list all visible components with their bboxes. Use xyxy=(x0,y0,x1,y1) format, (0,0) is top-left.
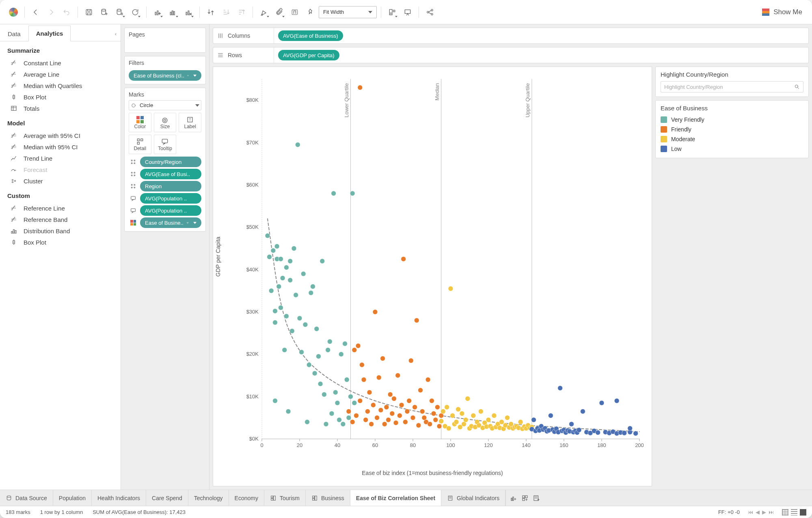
marks-color[interactable]: Color xyxy=(129,113,151,132)
highlight-input[interactable]: Highlight Country/Region xyxy=(661,81,803,92)
presentation-icon[interactable] xyxy=(401,5,415,19)
columns-pill[interactable]: AVG(Ease of Business) xyxy=(278,30,343,41)
marks-detail[interactable]: Detail xyxy=(129,135,151,154)
fit-mode-dropdown[interactable]: Fit Width xyxy=(319,6,377,18)
sheet-nav-icons[interactable]: ⏮◀▶⏭ xyxy=(748,509,774,515)
svg-point-118 xyxy=(303,322,308,327)
svg-point-163 xyxy=(380,356,385,361)
undo-icon[interactable] xyxy=(60,5,73,19)
svg-point-227 xyxy=(499,419,504,424)
sheet-tab[interactable]: Economy xyxy=(229,490,264,506)
svg-point-170 xyxy=(393,420,398,425)
marks-size[interactable]: Size xyxy=(154,113,177,132)
sheet-tab[interactable]: Care Spend xyxy=(146,490,188,506)
new-data-source-icon[interactable] xyxy=(97,5,111,19)
pane-item[interactable]: Median with Quartiles xyxy=(0,80,121,91)
pane-item[interactable]: Average Line xyxy=(0,69,121,80)
data-source-tab[interactable]: Data Source xyxy=(0,490,53,506)
svg-text:Lower Quartile: Lower Quartile xyxy=(343,83,350,118)
pages-card[interactable]: Pages xyxy=(124,28,206,53)
marks-card[interactable]: Marks Circle ColorSizeTLabelDetailToolti… xyxy=(124,88,206,232)
new-dashboard-icon[interactable] xyxy=(521,494,529,502)
highlight-icon[interactable] xyxy=(257,5,271,19)
pane-item[interactable]: Trend Line xyxy=(0,153,121,164)
save-icon[interactable] xyxy=(82,5,96,19)
new-worksheet-icon[interactable] xyxy=(151,5,164,19)
pause-data-icon[interactable] xyxy=(113,5,127,19)
svg-text:0: 0 xyxy=(260,442,263,448)
encoding-pill[interactable]: Ease of Busine.. xyxy=(140,217,201,228)
rows-pill[interactable]: AVG(GDP per Capita) xyxy=(278,50,339,60)
highlight-card[interactable]: Highlight Country/Region Highlight Count… xyxy=(655,67,809,97)
duplicate-sheet-icon[interactable] xyxy=(166,5,180,19)
legend-item[interactable]: Moderate xyxy=(661,134,803,144)
legend-item[interactable]: Friendly xyxy=(661,125,803,134)
view-list-icon[interactable] xyxy=(791,509,797,516)
pane-item[interactable]: Box Plot xyxy=(0,91,121,103)
pane-item[interactable]: Reference Band xyxy=(0,214,121,225)
new-sheet-icon[interactable] xyxy=(510,494,517,502)
svg-point-206 xyxy=(460,411,464,416)
encoding-pill[interactable]: AVG(Ease of Busi.. xyxy=(140,169,201,179)
sheet-tab[interactable]: Business xyxy=(306,490,350,506)
pane-item[interactable]: Reference Line xyxy=(0,202,121,214)
svg-rect-35 xyxy=(137,139,139,141)
tab-data[interactable]: Data xyxy=(0,26,28,41)
view-icons-icon[interactable] xyxy=(782,509,788,516)
pane-item[interactable]: Cluster xyxy=(0,175,121,187)
filter-pill[interactable]: Ease of Business (cl.. xyxy=(129,70,201,81)
marks-label[interactable]: TLabel xyxy=(179,113,201,132)
svg-point-110 xyxy=(288,278,293,283)
collapse-pane-icon[interactable]: ‹ xyxy=(111,27,121,41)
legend-item[interactable]: Low xyxy=(661,144,803,154)
encoding-pill[interactable]: Country/Region xyxy=(140,157,201,167)
pane-item[interactable]: Constant Line xyxy=(0,57,121,69)
sort-asc-icon[interactable] xyxy=(219,5,233,19)
share-icon[interactable] xyxy=(423,5,437,19)
rows-shelf[interactable]: Rows AVG(GDP per Capita) xyxy=(213,47,809,63)
sheet-tab[interactable]: Health Indicators xyxy=(92,490,146,506)
svg-text:120: 120 xyxy=(484,442,493,448)
tab-analytics[interactable]: Analytics xyxy=(28,26,71,41)
encoding-pill[interactable]: AVG(Population .. xyxy=(140,205,201,216)
pane-item[interactable]: Forecast xyxy=(0,164,121,175)
mark-type-dropdown[interactable]: Circle xyxy=(129,100,201,110)
pane-item[interactable]: Box Plot xyxy=(0,236,121,248)
svg-rect-293 xyxy=(315,496,317,500)
legend-card[interactable]: Ease of Business Very FriendlyFriendlyMo… xyxy=(655,100,809,158)
marks-tooltip[interactable]: Tooltip xyxy=(154,135,177,154)
svg-point-140 xyxy=(344,377,349,382)
encoding-pill[interactable]: AVG(Population .. xyxy=(140,193,201,204)
status-marks: 183 marks xyxy=(6,509,30,515)
pane-item[interactable]: Median with 95% CI xyxy=(0,141,121,153)
pane-item[interactable]: Distribution Band xyxy=(0,225,121,236)
refresh-icon[interactable] xyxy=(128,5,142,19)
sheet-tab[interactable]: Global Indicators xyxy=(441,490,505,506)
sheet-tab[interactable]: Technology xyxy=(188,490,229,506)
sheet-tab[interactable]: Population xyxy=(53,490,92,506)
label-icon[interactable] xyxy=(288,5,302,19)
viz-canvas[interactable]: GDP per Capita $0K$10K$20K$30K$40K$50K$6… xyxy=(213,67,652,486)
filters-card[interactable]: Filters Ease of Business (cl.. xyxy=(124,56,206,84)
attach-icon[interactable] xyxy=(272,5,286,19)
pane-item[interactable]: Totals xyxy=(0,103,121,114)
new-story-icon[interactable] xyxy=(533,494,540,502)
clear-sheet-icon[interactable] xyxy=(181,5,195,19)
back-icon[interactable] xyxy=(29,5,43,19)
show-cards-icon[interactable] xyxy=(385,5,399,19)
columns-shelf[interactable]: Columns AVG(Ease of Business) xyxy=(213,28,809,44)
view-single-icon[interactable] xyxy=(800,509,806,516)
tableau-icon[interactable] xyxy=(6,5,20,19)
sheet-tab[interactable]: Tourism xyxy=(264,490,306,506)
swap-icon[interactable] xyxy=(204,5,218,19)
legend-item[interactable]: Very Friendly xyxy=(661,115,803,125)
sheet-tab[interactable]: Ease of Biz Correlation Sheet xyxy=(350,490,441,506)
show-me-button[interactable]: Show Me xyxy=(759,6,806,18)
svg-point-109 xyxy=(288,259,293,264)
forward-icon[interactable] xyxy=(44,5,58,19)
encoding-pill[interactable]: Region xyxy=(140,181,201,191)
sort-desc-icon[interactable] xyxy=(235,5,248,19)
mark-type-value: Circle xyxy=(140,102,153,108)
pane-item[interactable]: Average with 95% CI xyxy=(0,130,121,141)
pin-icon[interactable] xyxy=(303,5,317,19)
